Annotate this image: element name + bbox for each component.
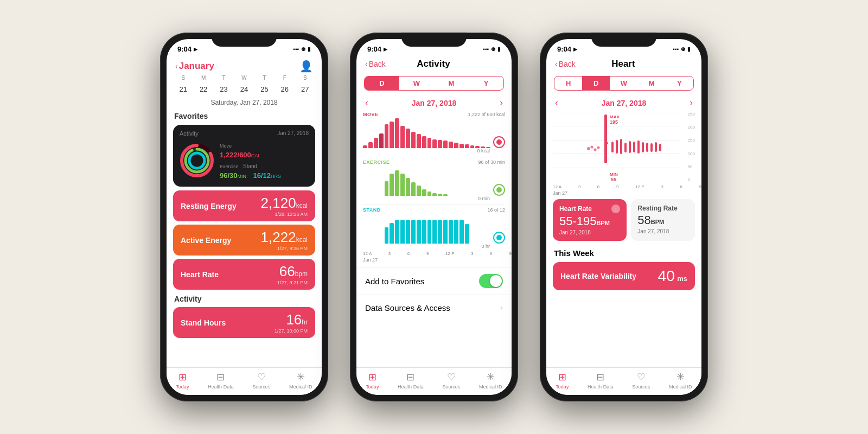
signal-icon-3: ▪▪▪ xyxy=(673,46,679,52)
cal-day-26[interactable]: 26 xyxy=(275,83,295,95)
favorites-toggle[interactable] xyxy=(479,274,503,288)
profile-icon[interactable]: 👤 xyxy=(299,60,313,73)
tab-medical-label-3: Medical ID xyxy=(669,384,692,390)
date-label: Saturday, Jan 27, 2018 xyxy=(167,99,322,106)
svg-point-24 xyxy=(591,146,593,149)
period-tab-H[interactable]: H xyxy=(554,76,582,90)
period-tab-W[interactable]: W xyxy=(399,76,434,90)
resting-energy-card[interactable]: Resting Energy 2,120kcal 1/28, 12:26 AM xyxy=(173,190,315,221)
cal-day-22[interactable]: 22 xyxy=(193,83,213,95)
tab-sources-label-1: Sources xyxy=(252,384,270,390)
tab-health-label-3: Health Data xyxy=(588,384,614,390)
resting-energy-value: 2,120kcal xyxy=(261,195,308,211)
tab-today-3[interactable]: ⊞ Today xyxy=(556,371,569,390)
stand-ring-icon xyxy=(493,232,505,244)
tab-health-3[interactable]: ⊟ Health Data xyxy=(588,371,614,390)
tab-medical-3[interactable]: ✳ Medical ID xyxy=(669,371,692,390)
this-week-title: This Week xyxy=(546,244,701,260)
time-1: 9:04 ▸ xyxy=(177,45,197,53)
back-btn-3[interactable]: ‹ Back xyxy=(555,60,576,68)
data-sources-row[interactable]: Data Sources & Access › xyxy=(356,295,512,320)
cal-day-23[interactable]: 23 xyxy=(214,83,234,95)
status-icons-2: ▪▪▪ ⊛ ▮ xyxy=(483,46,501,52)
svg-rect-17 xyxy=(637,141,640,154)
sources-icon-3: ♡ xyxy=(637,371,646,383)
cal-day-21[interactable]: 21 xyxy=(173,83,193,95)
cal-header-t2: T xyxy=(254,75,275,81)
period-tab-D[interactable]: D xyxy=(365,76,399,90)
tab-health-1[interactable]: ⊟ Health Data xyxy=(208,371,234,390)
phone-2: 9:04 ▸ ▪▪▪ ⊛ ▮ ‹ Back Activity D W M Y ‹… xyxy=(350,33,518,401)
svg-point-26 xyxy=(597,146,600,149)
page-title-3: Heart xyxy=(611,59,635,69)
exercise-sub: Stand xyxy=(243,163,257,169)
tab-health-2[interactable]: ⊟ Health Data xyxy=(398,371,424,390)
cal-day-25[interactable]: 25 xyxy=(254,83,275,95)
tab-today-1[interactable]: ⊞ Today xyxy=(176,371,189,390)
tab-sources-1[interactable]: ♡ Sources xyxy=(252,371,270,390)
exercise-value: 96/30MIN xyxy=(220,171,246,180)
svg-text:MIN: MIN xyxy=(610,172,618,177)
tab-sources-3[interactable]: ♡ Sources xyxy=(632,371,650,390)
hrv-card[interactable]: Heart Rate Variability 40 ms xyxy=(553,262,695,290)
stand-zero: 0 hr xyxy=(363,244,490,249)
activity-stats: Move 1,222/600CAL Exercise Stand 96/30MI… xyxy=(220,140,309,181)
prev-date-3[interactable]: ‹ xyxy=(555,97,558,108)
data-sources-label: Data Sources & Access xyxy=(365,303,450,312)
cal-header-m: M xyxy=(193,75,213,81)
tab-today-2[interactable]: ⊞ Today xyxy=(366,371,379,390)
tab-sources-2[interactable]: ♡ Sources xyxy=(442,371,460,390)
health-icon-1: ⊟ xyxy=(216,371,225,383)
exercise-label: Exercise xyxy=(220,164,239,169)
heart-rate-card[interactable]: Heart Rate 66bpm 1/27, 9:21 PM xyxy=(173,259,315,290)
chart-x-labels-2: 12 A36912 P369 xyxy=(363,250,512,257)
current-date-2: Jan 27, 2018 xyxy=(412,99,457,107)
period-tab-D-3[interactable]: D xyxy=(582,76,610,90)
next-date-3[interactable]: › xyxy=(690,97,693,108)
period-tabs-3: H D W M Y xyxy=(554,76,694,91)
tab-sources-label-3: Sources xyxy=(632,384,650,390)
back-btn-2[interactable]: ‹ Back xyxy=(365,60,386,68)
active-energy-card[interactable]: Active Energy 1,222kcal 1/27, 9:26 PM xyxy=(173,225,315,256)
heart-rate-card-title: Heart Rate xyxy=(559,205,592,213)
heart-rate-label: Heart Rate xyxy=(181,270,219,279)
info-badge[interactable]: i xyxy=(611,205,620,213)
svg-rect-16 xyxy=(633,142,635,152)
heart-rate-main-card[interactable]: Heart Rate i 55-195BPM Jan 27, 2018 xyxy=(553,199,627,241)
activity-card[interactable]: Activity Jan 27, 2018 xyxy=(173,125,315,187)
cal-day-27[interactable]: 27 xyxy=(295,83,315,95)
stand-hours-card[interactable]: Stand Hours 16hr 1/27, 10:00 PM xyxy=(173,307,315,338)
resting-rate-card[interactable]: Resting Rate 58BPM Jan 27, 2018 xyxy=(631,199,695,241)
exercise-zero: 0 min xyxy=(363,196,490,201)
prev-date-2[interactable]: ‹ xyxy=(365,97,368,108)
hrv-label: Heart Rate Variability xyxy=(560,272,636,280)
period-tab-M[interactable]: M xyxy=(434,76,469,90)
nav-header-3: ‹ Back Heart xyxy=(546,56,701,74)
tab-medical-2[interactable]: ✳ Medical ID xyxy=(479,371,502,390)
move-section: MOVE 1,222 of 600 kcal xyxy=(363,112,505,154)
exercise-section: EXERCISE 96 of 30 min xyxy=(363,157,505,201)
heart-x-labels: 12 A36912 P369 xyxy=(553,183,701,190)
heart-chart-svg: MAX 195 MIN 55 xyxy=(553,112,687,182)
activity-section-title: Activity xyxy=(167,291,322,305)
cal-header-f: F xyxy=(275,75,295,81)
period-tab-Y[interactable]: Y xyxy=(469,76,503,90)
period-tab-Y-3[interactable]: Y xyxy=(666,76,693,90)
time-3: 9:04 ▸ xyxy=(557,45,577,53)
cal-day-24[interactable]: 24 xyxy=(234,83,254,95)
tab-health-label-2: Health Data xyxy=(398,384,424,390)
period-tab-W-3[interactable]: W xyxy=(610,76,637,90)
nav-header-2: ‹ Back Activity xyxy=(356,56,512,74)
activity-card-title: Activity xyxy=(180,130,199,137)
period-tab-M-3[interactable]: M xyxy=(638,76,666,90)
svg-rect-15 xyxy=(629,141,631,153)
add-favorites-row[interactable]: Add to Favorites xyxy=(356,267,512,295)
status-icons-1: ▪▪▪ ⊛ ▮ xyxy=(293,46,311,52)
next-date-2[interactable]: › xyxy=(500,97,503,108)
svg-rect-12 xyxy=(616,140,618,154)
tab-medical-1[interactable]: ✳ Medical ID xyxy=(289,371,312,390)
signal-icon-2: ▪▪▪ xyxy=(483,46,489,52)
add-favorites-label: Add to Favorites xyxy=(365,277,424,286)
back-arrow[interactable]: ‹ January xyxy=(175,61,214,72)
move-label-chart: MOVE xyxy=(363,112,379,117)
